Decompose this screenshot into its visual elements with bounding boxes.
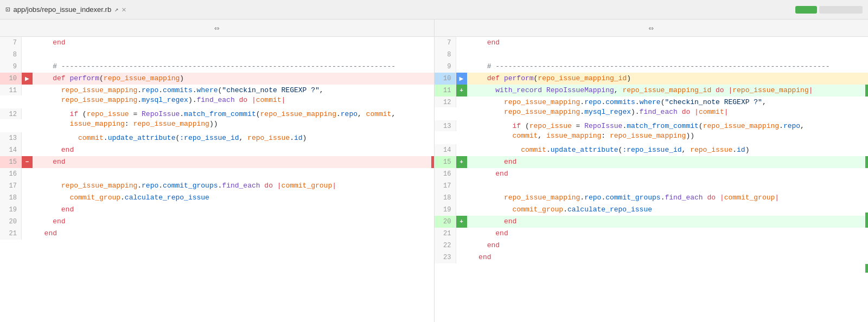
line-marker [22,228,33,240]
line-number: 7 [0,37,22,49]
table-row: 21 end [435,228,869,240]
line-marker [22,180,33,192]
right-collapse-icon[interactable]: ⇔ [648,23,654,34]
line-marker: + [456,156,467,168]
table-row: 13 commit.update_attribute(:repo_issue_i… [0,132,434,144]
line-number: 22 [435,240,456,252]
table-row: 8 [435,49,869,61]
table-row: 15 − end [0,156,434,168]
table-row: 7 end [435,37,869,49]
line-number: 14 [435,144,456,156]
line-marker [22,49,33,61]
line-marker [22,192,33,204]
line-number: 20 [0,216,22,228]
right-pane-header[interactable]: ⇔ [435,20,869,37]
line-number: 14 [0,144,22,156]
line-number: 19 [0,204,22,216]
line-content: def perform(repo_issue_mapping_id) [467,73,869,85]
table-row: 16 end [435,168,869,180]
line-marker [22,61,33,73]
line-content: end [33,144,434,156]
line-number: 11 [0,85,22,95]
table-row: 19 end [0,204,434,216]
line-marker [22,168,33,180]
external-link-icon[interactable]: ↗ [114,5,118,14]
line-content: # --------------------------------------… [467,61,869,73]
line-content: repo_issue_mapping.repo.commit_groups.fi… [33,180,434,192]
scrollbar-track[interactable] [865,37,868,322]
line-content: end [33,216,434,228]
line-content: commit.update_attribute(:repo_issue_id, … [33,132,434,144]
line-content: end [467,156,869,168]
line-number: 8 [0,49,22,61]
left-pane-header[interactable]: ⇔ [0,20,434,37]
line-marker: − [22,156,33,168]
file-title: app/jobs/repo_issue_indexer.rb [13,5,111,14]
line-content: def perform(repo_issue_mapping) [33,73,434,85]
line-marker [456,49,467,61]
table-row: 14 end [0,144,434,156]
table-row: 21 end [0,228,434,240]
line-marker: ▶ [22,73,33,85]
line-marker [22,204,33,216]
line-content: if (repo_issue = RepoIssue.match_from_co… [467,120,869,142]
line-number: 15 [0,156,22,168]
line-number: 15 [435,156,456,168]
line-content: commit_group.calculate_repo_issue [467,204,869,216]
table-row: 23 end [435,252,869,263]
line-number: 9 [435,61,456,73]
left-collapse-icon[interactable]: ⇔ [214,23,220,34]
line-number: 11 [435,85,456,96]
line-number: 13 [435,120,456,131]
table-row: 17 [435,180,869,192]
line-number: 10 [0,73,22,85]
line-marker: + [456,85,467,96]
scrollbar-thumb-added2 [865,212,868,221]
table-row: 18 commit_group.calculate_repo_issue [0,192,434,204]
diff-view: ⇔ 7 end 8 9 # --------------------------… [0,20,868,322]
table-row: 11 + with_record RepoIssueMapping, repo_… [435,85,869,96]
table-row: 15 + end [435,156,869,168]
line-marker: ▶ [456,73,467,85]
line-content: commit.update_attribute(:repo_issue_id, … [467,144,869,156]
table-row: 18 repo_issue_mapping.repo.commit_groups… [435,192,869,204]
line-content: end [33,156,434,168]
line-content: if (repo_issue = RepoIssue.match_from_co… [33,108,434,130]
line-marker [456,168,467,180]
line-content: end [33,228,434,240]
line-marker [22,37,33,49]
line-number: 7 [435,37,456,49]
table-row: 9 # ------------------------------------… [0,61,434,73]
right-code-area[interactable]: 7 end 8 9 # ----------------------------… [435,37,869,322]
table-row: 14 commit.update_attribute(:repo_issue_i… [435,144,869,156]
status-bar [819,6,863,14]
line-content [33,168,434,180]
scrollbar-thumb-added [865,158,868,166]
line-number: 21 [435,228,456,240]
left-code-area[interactable]: 7 end 8 9 # ----------------------------… [0,37,434,322]
table-row: 13 if (repo_issue = RepoIssue.match_from… [435,120,869,144]
line-marker [456,252,467,263]
table-row: 22 end [435,240,869,252]
line-content: with_record RepoIssueMapping, repo_issue… [467,85,869,96]
line-content: repo_issue_mapping.repo.commits.where("c… [33,85,434,106]
table-row: 10 ▶ def perform(repo_issue_mapping_id) [435,73,869,85]
line-number: 20 [435,216,456,228]
line-content: end [467,37,869,49]
line-marker [456,61,467,73]
line-number: 10 [435,73,456,85]
line-content: repo_issue_mapping.repo.commit_groups.fi… [467,192,869,204]
file-icon: ⊡ [5,5,10,14]
line-number: 12 [0,108,22,119]
line-content: end [467,252,869,263]
right-pane: ⇔ 7 end 8 9 # --------------------------… [435,20,869,322]
close-icon[interactable]: ✕ [122,5,126,14]
line-marker [456,180,467,192]
line-number: 19 [435,204,456,216]
line-marker [22,132,33,144]
line-content: end [467,168,869,180]
table-row: 7 end [0,37,434,49]
line-number: 16 [0,168,22,180]
line-content: # --------------------------------------… [33,61,434,73]
build-status [795,6,863,14]
